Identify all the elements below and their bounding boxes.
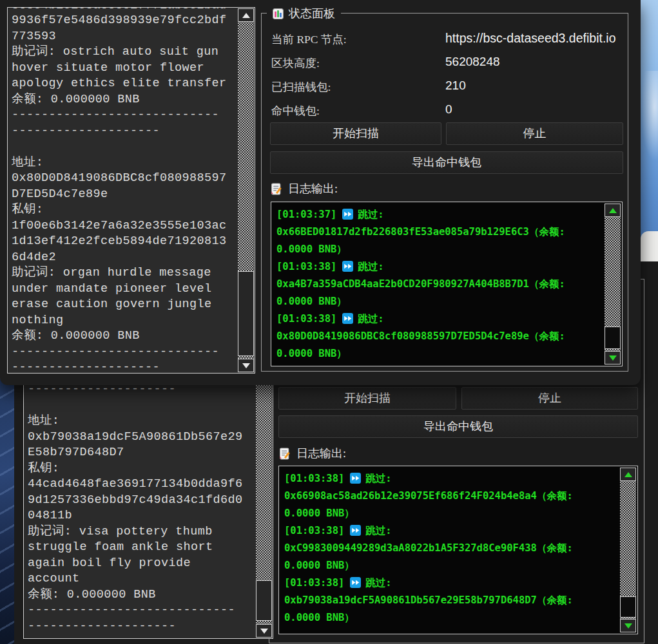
arrow-up-icon (624, 472, 632, 477)
log-output-label-row: 日志输出: (278, 446, 346, 461)
log-output-label-row: 日志输出: (270, 181, 338, 196)
wallet-list-textarea[interactable]: 8e8c4b1c1c8ae8e0177f1ab8c2bad 9936f57e54… (7, 7, 255, 374)
wallet-text-line: apology ethics elite transfer (12, 76, 237, 92)
wallet-text-line: 助记词: organ hurdle message (12, 265, 237, 281)
export-hits-button[interactable]: 导出命中钱包 (270, 151, 623, 174)
wallet-text-line (28, 398, 255, 414)
wallet-text-line: 0xb79038a19dcF5A90861Db567e29 (28, 430, 255, 446)
wallet-text-line: 0x80D0D8419086DBC8cf080988597 (12, 171, 237, 187)
clipped-text-line: 8e8c4b1c1c8ae8e0177f1ab8c2bad (12, 8, 237, 13)
status-panel-title: 状态面板 (289, 6, 335, 21)
skip-fastforward-icon (342, 312, 353, 323)
log-entry-header: [01:03:37]跳过: (276, 206, 601, 223)
log-text: [01:03:38]跳过: 0x66908ac58ad26b12e39075Ef… (284, 470, 617, 632)
wallet-text-line: ---------------------------- (12, 108, 237, 124)
scanned-wallets-value: 210 (445, 79, 466, 93)
wallet-text-lines: 9936f57e5486d398939e79fcc2bdf773593助记词: … (12, 13, 237, 373)
stop-button[interactable]: 停止 (446, 122, 623, 145)
scroll-down-button[interactable] (256, 624, 272, 638)
log-action: 跳过: (365, 473, 391, 484)
cloud-shape (641, 71, 658, 161)
scrollbar-thumb[interactable] (620, 596, 636, 618)
scroll-down-button[interactable] (238, 359, 254, 372)
arrow-down-icon (624, 623, 632, 629)
log-entry: [01:03:38]跳过: 0x66908ac58ad26b12e39075Ef… (284, 470, 617, 522)
status-groupbox: 状态面板 当前 RPC 节点: https://bsc-dataseed3.de… (261, 13, 628, 372)
wallet-list-textarea[interactable]: --------------------地址:0xb79038a19dcF5A9… (23, 367, 273, 639)
wallet-text-line: 助记词: visa pottery thumb (28, 524, 255, 540)
wallet-text-line: 余额: 0.000000 BNB (12, 328, 237, 345)
stop-button[interactable]: 停止 (461, 387, 638, 410)
wallet-text-line: again boil fly provide (28, 556, 255, 572)
wallet-text-line: nothing (12, 313, 237, 329)
rpc-node-label: 当前 RPC 节点: (271, 32, 439, 47)
wallet-text-line: E58b797D648D7 (28, 445, 255, 461)
log-entry-header: [01:03:38]跳过: (284, 522, 617, 540)
log-action: 跳过: (365, 577, 391, 589)
arrow-down-icon (242, 363, 250, 368)
scrollbar-thumb[interactable] (605, 327, 621, 349)
wallet-text-line: 余额: 0.000000 BNB (12, 92, 237, 108)
start-scan-button[interactable]: 开始扫描 (270, 122, 441, 145)
arrow-up-icon (242, 13, 250, 18)
scanner-window-front: 8e8c4b1c1c8ae8e0177f1ab8c2bad 9936f57e54… (0, 0, 641, 385)
wallet-list-text: --------------------地址:0xb79038a19dcF5A9… (28, 382, 255, 638)
log-timestamp: [01:03:38] (284, 473, 344, 484)
bar-chart-icon (273, 8, 284, 19)
start-scan-button[interactable]: 开始扫描 (278, 387, 456, 410)
log-timestamp: [01:03:38] (276, 261, 336, 272)
scroll-up-button[interactable] (238, 8, 254, 22)
hit-wallets-value: 0 (445, 102, 452, 117)
log-output-textarea[interactable]: [01:03:37]跳过: 0x66BED01817d2fb226803fE53… (271, 202, 623, 366)
skip-fastforward-icon (350, 472, 361, 483)
wallet-scrollbar[interactable] (238, 8, 254, 372)
scrollbar-thumb[interactable] (238, 271, 254, 356)
wallet-text-line: -------------------- (12, 124, 237, 140)
log-address-line: 0xa4B7a359aCDB4aaE2b0CD20F980927A404B8B7… (276, 276, 601, 293)
log-entry-header: [01:03:38]跳过: (284, 470, 617, 488)
skip-fastforward-icon (350, 524, 361, 535)
rpc-node-value: https://bsc-dataseed3.defibit.io (445, 31, 616, 46)
block-height-label: 区块高度: (271, 55, 439, 71)
log-entry: [01:03:38]跳过: 0x80D0D8419086DBC8cf080988… (276, 310, 601, 363)
log-address-line: 0x66908ac58ad26b12e39075Ef686f24F024b4e8… (284, 488, 617, 505)
scroll-down-button[interactable] (620, 619, 636, 632)
log-balance-line: 0.0000 BNB） (276, 293, 601, 310)
wallpaper-sky (641, 0, 658, 261)
wallet-list-text: 8e8c4b1c1c8ae8e0177f1ab8c2bad 9936f57e54… (12, 8, 237, 373)
log-timestamp: [01:03:37] (276, 209, 336, 220)
arrow-down-icon (609, 355, 617, 361)
wallet-text-line: -------------------- (28, 619, 255, 635)
log-scrollbar[interactable] (620, 468, 636, 632)
log-output-textarea[interactable]: [01:03:38]跳过: 0x66908ac58ad26b12e39075Ef… (278, 466, 638, 634)
wallet-text-line: hover situate motor flower (12, 61, 237, 77)
wallet-text-line: 1d13ef412e2fceb5894de71920813 (12, 234, 237, 250)
log-balance-line: 0.0000 BNB） (284, 557, 617, 574)
log-output-label: 日志输出: (296, 446, 346, 461)
wallet-text-line: 余额: 0.000000 BNB (28, 587, 255, 603)
wallet-text-line (12, 139, 237, 155)
log-entry-header: [01:03:38]跳过: (284, 574, 617, 592)
log-entry-header: [01:03:38]跳过: (276, 258, 601, 276)
wallet-text-line: 私钥: (28, 461, 255, 477)
log-address-line: 0xC9983009449289d3aA8022b1A5F327d8Ce90F4… (284, 540, 617, 557)
log-address-line: 0xb79038a19dcF5A90861Db567e29E58b797D648… (284, 592, 617, 609)
wallet-text-line: 私钥: (12, 202, 237, 218)
log-balance-line: 0.0000 BNB） (284, 609, 617, 627)
log-scrollbar[interactable] (605, 204, 621, 365)
log-balance-line: 0.0000 BNB） (284, 505, 617, 522)
scroll-down-button[interactable] (605, 351, 621, 365)
log-entry: [01:03:37]跳过: 0x66BED01817d2fb226803fE53… (276, 206, 601, 258)
scroll-up-button[interactable] (605, 204, 621, 217)
wallet-text-line: 9936f57e5486d398939e79fcc2bdf (12, 13, 237, 29)
status-panel-legend: 状态面板 (267, 6, 341, 21)
scanned-wallets-label: 已扫描钱包: (271, 79, 439, 95)
wallet-scrollbar[interactable] (256, 368, 272, 638)
arrow-up-icon (609, 208, 617, 213)
scroll-up-button[interactable] (620, 468, 636, 481)
arrow-down-icon (260, 629, 268, 634)
log-timestamp: [01:03:38] (284, 577, 344, 589)
background-window-corner (641, 231, 658, 261)
scrollbar-thumb[interactable] (256, 580, 272, 621)
export-hits-button[interactable]: 导出命中钱包 (278, 415, 638, 438)
